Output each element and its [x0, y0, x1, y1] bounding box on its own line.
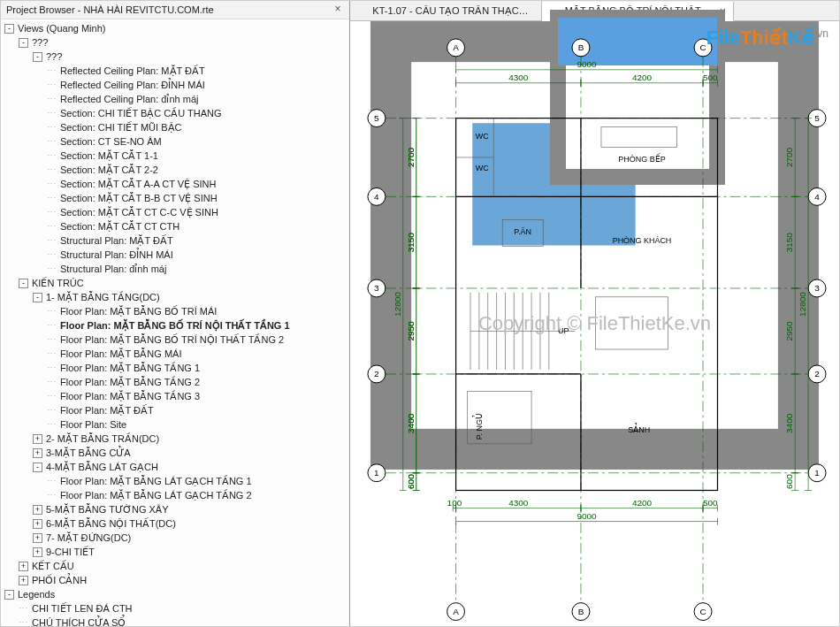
project-tree[interactable]: -Views (Quang Minh)-???-???⋯Reflected Ce…	[1, 19, 349, 626]
close-icon[interactable]: ×	[332, 4, 344, 16]
tree-label[interactable]: Floor Plan: MẶT BẰNG BỐ TRÍ NỘI THẤT TẦN…	[58, 333, 286, 347]
tree-item[interactable]: -???	[4, 35, 349, 50]
expand-icon[interactable]: +	[33, 434, 42, 444]
tree-item[interactable]: ⋯Section: MẶT CẮT A-A CT VỆ SINH	[4, 177, 349, 191]
tree-label[interactable]: 2- MẶT BẰNG TRẦN(DC)	[44, 432, 161, 446]
tree-item[interactable]: ⋯Structural Plan: ĐỈNH MÁI	[4, 248, 349, 262]
collapse-icon[interactable]: -	[33, 52, 42, 62]
tree-label[interactable]: Views (Quang Minh)	[16, 21, 107, 35]
tree-item[interactable]: +KẾT CẤU	[4, 559, 349, 573]
tree-label[interactable]: Section: MẶT CẮT B-B CT VỆ SINH	[58, 191, 219, 205]
tree-label[interactable]: Structural Plan: MẶT ĐẤT	[58, 233, 175, 248]
tree-label[interactable]: Section: CHI TIẾT BẬC CẦU THANG	[58, 106, 224, 120]
tab-active[interactable]: MẶT BẰNG BỐ TRÍ NỘI THẤT T... ×	[542, 2, 734, 21]
tree-item[interactable]: +6-MẶT BẰNG NỘI THẤT(DC)	[4, 516, 349, 531]
tree-item[interactable]: -Views (Quang Minh)	[4, 21, 349, 35]
tree-item[interactable]: ⋯CHÚ THÍCH CỬA SỔ	[4, 616, 349, 626]
tree-label[interactable]: 5-MẶT BẰNG TƯỜNG XÂY	[44, 502, 171, 516]
tree-label[interactable]: PHỐI CẢNH	[30, 573, 88, 587]
tree-label[interactable]: Floor Plan: Site	[58, 417, 128, 432]
expand-icon[interactable]: +	[33, 448, 42, 458]
tree-label[interactable]: Floor Plan: MẶT BẰNG TẦNG 2	[58, 375, 202, 389]
tree-label[interactable]: Floor Plan: MẶT BẰNG TẦNG 1	[58, 361, 202, 375]
tree-label[interactable]: Section: CT SE-NO ÂM	[58, 134, 164, 149]
expand-icon[interactable]: +	[33, 505, 42, 515]
tree-item[interactable]: -Legends	[4, 587, 349, 601]
tree-item[interactable]: -1- MẶT BẰNG TẦNG(DC)	[4, 290, 349, 304]
tree-item[interactable]: ⋯Floor Plan: Site	[4, 417, 349, 432]
tree-item[interactable]: ⋯Reflected Ceiling Plan: MẶT ĐẤT	[4, 64, 349, 78]
tree-item[interactable]: ⋯Floor Plan: MẶT BẰNG BỐ TRÍ NỘI THẤT TẦ…	[4, 318, 349, 333]
tree-item[interactable]: ⋯Structural Plan: MẶT ĐẤT	[4, 233, 349, 248]
tree-label[interactable]: Section: MẶT CẮT 2-2	[58, 163, 160, 177]
tree-label[interactable]: Legends	[16, 587, 57, 601]
tree-label[interactable]: Structural Plan: ĐỈNH MÁI	[58, 248, 175, 262]
tree-item[interactable]: +5-MẶT BẰNG TƯỜNG XÂY	[4, 502, 349, 516]
tree-item[interactable]: ⋯Floor Plan: MẶT BẰNG TẦNG 1	[4, 361, 349, 375]
tree-label[interactable]: 1- MẶT BẰNG TẦNG(DC)	[44, 290, 162, 304]
expand-icon[interactable]: +	[33, 533, 42, 543]
tree-item[interactable]: +7- MẶT ĐỨNG(DC)	[4, 531, 349, 545]
tree-label[interactable]: Floor Plan: MẶT ĐẤT	[58, 403, 156, 417]
expand-icon[interactable]: +	[19, 576, 28, 585]
tree-label[interactable]: Section: MẶT CẮT CT C-C VỆ SINH	[58, 205, 220, 219]
tree-label[interactable]: Floor Plan: MẶT BẰNG TẦNG 3	[58, 389, 202, 403]
tree-item[interactable]: ⋯Floor Plan: MẶT BẰNG TẦNG 3	[4, 389, 349, 403]
tree-label[interactable]: 6-MẶT BẰNG NỘI THẤT(DC)	[44, 516, 178, 531]
tree-item[interactable]: +9-CHI TIẾT	[4, 545, 349, 559]
tree-item[interactable]: ⋯Floor Plan: MẶT BẰNG MÁI	[4, 347, 349, 361]
tree-label[interactable]: Reflected Ceiling Plan: MẶT ĐẤT	[58, 64, 207, 78]
tree-label[interactable]: Floor Plan: MẶT BẰNG MÁI	[58, 347, 183, 361]
tree-item[interactable]: ⋯CHI TIẾT LEN ĐÁ CTH	[4, 601, 349, 616]
tab-inactive[interactable]: KT-1.07 - CẤU TẠO TRẦN THẠCH C...	[350, 1, 542, 20]
tree-label[interactable]: Section: MẶT CẮT CT CTH	[58, 219, 181, 233]
tree-label[interactable]: KIẾN TRÚC	[30, 276, 86, 290]
tree-label[interactable]: 3-MẶT BẰNG CỬA	[44, 446, 133, 460]
tree-label[interactable]: Reflected Ceiling Plan: đỉnh máj	[58, 92, 200, 106]
tree-label[interactable]: Floor Plan: MẶT BẰNG LÁT GẠCH TẦNG 2	[58, 488, 254, 502]
tree-item[interactable]: ⋯Section: CT SE-NO ÂM	[4, 134, 349, 149]
tree-item[interactable]: +PHỐI CẢNH	[4, 573, 349, 587]
collapse-icon[interactable]: -	[33, 463, 42, 472]
tree-item[interactable]: ⋯Section: CHI TIẾT MŨI BẬC	[4, 120, 349, 134]
tree-item[interactable]: ⋯Section: MẶT CẮT 2-2	[4, 163, 349, 177]
tree-item[interactable]: ⋯Floor Plan: MẶT BẰNG TẦNG 2	[4, 375, 349, 389]
tree-label[interactable]: Section: CHI TIẾT MŨI BẬC	[58, 120, 183, 134]
tree-item[interactable]: +2- MẶT BẰNG TRẦN(DC)	[4, 432, 349, 446]
tree-label[interactable]: Reflected Ceiling Plan: ĐỈNH MÁI	[58, 78, 207, 92]
tree-item[interactable]: ⋯Floor Plan: MẶT BẰNG BỐ TRÍ MÁI	[4, 304, 349, 318]
tree-item[interactable]: ⋯Reflected Ceiling Plan: ĐỈNH MÁI	[4, 78, 349, 92]
tree-label[interactable]: KẾT CẤU	[30, 559, 76, 573]
collapse-icon[interactable]: -	[33, 293, 42, 302]
collapse-icon[interactable]: -	[19, 279, 28, 288]
tree-label[interactable]: Structural Plan: đỉnh máj	[58, 262, 168, 276]
tree-item[interactable]: ⋯Section: MẶT CẮT B-B CT VỆ SINH	[4, 191, 349, 205]
tree-item[interactable]: ⋯Structural Plan: đỉnh máj	[4, 262, 349, 276]
tree-item[interactable]: ⋯Section: MẶT CẮT CT C-C VỆ SINH	[4, 205, 349, 219]
tree-label[interactable]: Section: MẶT CẮT 1-1	[58, 149, 160, 163]
collapse-icon[interactable]: -	[4, 590, 14, 600]
tree-item[interactable]: ⋯Section: MẶT CẮT CT CTH	[4, 219, 349, 233]
tree-item[interactable]: ⋯Floor Plan: MẶT ĐẤT	[4, 403, 349, 417]
tree-label[interactable]: CHI TIẾT LEN ĐÁ CTH	[30, 601, 134, 616]
tree-item[interactable]: -KIẾN TRÚC	[4, 276, 349, 290]
tree-label[interactable]: 4-MẶT BẰNG LÁT GẠCH	[44, 460, 160, 474]
tree-label[interactable]: 7- MẶT ĐỨNG(DC)	[44, 531, 133, 545]
tree-item[interactable]: ⋯Floor Plan: MẶT BẰNG LÁT GẠCH TẦNG 1	[4, 474, 349, 488]
tree-label[interactable]: CHÚ THÍCH CỬA SỔ	[30, 616, 127, 626]
tree-item[interactable]: ⋯Floor Plan: MẶT BẰNG LÁT GẠCH TẦNG 2	[4, 488, 349, 502]
tree-item[interactable]: ⋯Reflected Ceiling Plan: đỉnh máj	[4, 92, 349, 106]
tree-label[interactable]: Floor Plan: MẶT BẰNG BỐ TRÍ NỘI THẤT TẦN…	[58, 318, 292, 333]
drawing-canvas[interactable]: AABBCC5544332211430042005009000100430042…	[350, 21, 839, 626]
expand-icon[interactable]: +	[33, 547, 42, 557]
tree-item[interactable]: +3-MẶT BẰNG CỬA	[4, 446, 349, 460]
tree-label[interactable]: ???	[30, 35, 50, 50]
tree-label[interactable]: 9-CHI TIẾT	[44, 545, 96, 559]
tree-item[interactable]: -???	[4, 50, 349, 64]
collapse-icon[interactable]: -	[4, 24, 14, 34]
tree-label[interactable]: Floor Plan: MẶT BẰNG BỐ TRÍ MÁI	[58, 304, 218, 318]
collapse-icon[interactable]: -	[19, 38, 28, 48]
tree-label[interactable]: Floor Plan: MẶT BẰNG LÁT GẠCH TẦNG 1	[58, 474, 254, 488]
tree-label[interactable]: ???	[44, 50, 64, 64]
expand-icon[interactable]: +	[19, 562, 28, 571]
